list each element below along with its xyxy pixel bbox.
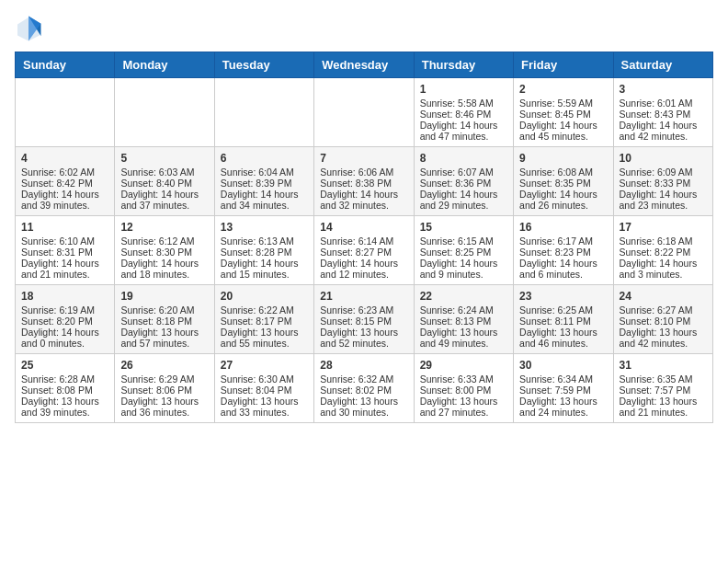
day-info: Sunrise: 6:02 AM — [21, 167, 108, 178]
calendar-cell: 10Sunrise: 6:09 AMSunset: 8:33 PMDayligh… — [613, 147, 712, 216]
day-info: Sunset: 8:45 PM — [519, 109, 607, 120]
logo — [15, 15, 46, 42]
calendar-cell: 8Sunrise: 6:07 AMSunset: 8:36 PMDaylight… — [414, 147, 513, 216]
day-info: Sunset: 8:08 PM — [21, 385, 108, 396]
day-info: Daylight: 13 hours and 36 minutes. — [120, 396, 208, 418]
day-number: 11 — [21, 221, 108, 234]
day-info: Sunset: 8:17 PM — [221, 316, 308, 327]
page-header — [15, 15, 713, 42]
day-info: Sunset: 8:38 PM — [320, 178, 407, 189]
day-number: 10 — [620, 152, 707, 165]
day-info: Daylight: 13 hours and 21 minutes. — [620, 396, 707, 418]
day-info: Daylight: 14 hours and 23 minutes. — [620, 189, 707, 211]
day-info: Sunrise: 6:07 AM — [420, 167, 507, 178]
day-number: 9 — [519, 152, 607, 165]
day-info: Sunrise: 6:04 AM — [221, 167, 308, 178]
day-info: Sunset: 8:13 PM — [420, 316, 507, 327]
day-number: 30 — [519, 359, 607, 372]
day-number: 17 — [620, 221, 707, 234]
day-info: Sunrise: 5:59 AM — [519, 98, 607, 109]
calendar-cell: 14Sunrise: 6:14 AMSunset: 8:27 PMDayligh… — [314, 216, 414, 285]
day-number: 13 — [221, 221, 308, 234]
day-info: Daylight: 14 hours and 37 minutes. — [120, 189, 208, 211]
day-number: 3 — [620, 83, 707, 96]
day-info: Sunrise: 6:34 AM — [519, 373, 607, 385]
day-info: Sunset: 8:06 PM — [120, 385, 208, 396]
calendar-cell: 1Sunrise: 5:58 AMSunset: 8:46 PMDaylight… — [414, 78, 513, 147]
day-info: Sunrise: 6:10 AM — [21, 236, 108, 247]
day-info: Sunset: 8:27 PM — [320, 247, 407, 258]
day-info: Sunset: 8:00 PM — [420, 385, 507, 396]
day-info: Sunrise: 6:35 AM — [620, 373, 707, 385]
day-info: Daylight: 13 hours and 57 minutes. — [120, 327, 208, 349]
weekday-header-friday: Friday — [514, 52, 613, 78]
day-info: Daylight: 13 hours and 42 minutes. — [620, 327, 707, 349]
day-info: Sunset: 8:33 PM — [620, 178, 707, 189]
day-number: 15 — [420, 221, 507, 234]
day-info: Daylight: 14 hours and 9 minutes. — [420, 258, 507, 280]
calendar-cell: 25Sunrise: 6:28 AMSunset: 8:08 PMDayligh… — [16, 354, 115, 423]
logo-icon — [15, 15, 42, 42]
day-info: Daylight: 14 hours and 0 minutes. — [21, 327, 108, 349]
day-info: Sunrise: 6:20 AM — [120, 304, 208, 316]
day-info: Sunset: 8:18 PM — [120, 316, 208, 327]
day-info: Sunset: 8:31 PM — [21, 247, 108, 258]
calendar-cell: 29Sunrise: 6:33 AMSunset: 8:00 PMDayligh… — [414, 354, 513, 423]
weekday-header-monday: Monday — [115, 52, 214, 78]
day-info: Sunrise: 6:13 AM — [221, 236, 308, 247]
day-info: Sunrise: 6:29 AM — [120, 373, 208, 385]
calendar-cell — [214, 78, 313, 147]
calendar-cell: 16Sunrise: 6:17 AMSunset: 8:23 PMDayligh… — [514, 216, 613, 285]
calendar-cell: 21Sunrise: 6:23 AMSunset: 8:15 PMDayligh… — [314, 285, 414, 354]
day-info: Daylight: 13 hours and 46 minutes. — [519, 327, 607, 349]
day-info: Sunset: 8:35 PM — [519, 178, 607, 189]
day-info: Sunset: 8:39 PM — [221, 178, 308, 189]
day-info: Sunrise: 6:14 AM — [320, 236, 407, 247]
calendar-cell: 26Sunrise: 6:29 AMSunset: 8:06 PMDayligh… — [115, 354, 214, 423]
day-number: 27 — [221, 359, 308, 372]
day-info: Sunrise: 6:27 AM — [620, 304, 707, 316]
day-info: Sunrise: 6:17 AM — [519, 236, 607, 247]
calendar-cell: 20Sunrise: 6:22 AMSunset: 8:17 PMDayligh… — [214, 285, 313, 354]
calendar-cell: 19Sunrise: 6:20 AMSunset: 8:18 PMDayligh… — [115, 285, 214, 354]
day-info: Sunset: 8:25 PM — [420, 247, 507, 258]
calendar-cell — [16, 78, 115, 147]
day-info: Sunset: 7:57 PM — [620, 385, 707, 396]
calendar-cell: 23Sunrise: 6:25 AMSunset: 8:11 PMDayligh… — [514, 285, 613, 354]
day-info: Sunset: 8:40 PM — [120, 178, 208, 189]
calendar-cell: 31Sunrise: 6:35 AMSunset: 7:57 PMDayligh… — [613, 354, 712, 423]
day-info: Sunrise: 6:09 AM — [620, 167, 707, 178]
day-info: Daylight: 14 hours and 18 minutes. — [120, 258, 208, 280]
calendar-cell: 2Sunrise: 5:59 AMSunset: 8:45 PMDaylight… — [514, 78, 613, 147]
day-info: Sunrise: 6:32 AM — [320, 373, 407, 385]
day-info: Daylight: 13 hours and 55 minutes. — [221, 327, 308, 349]
day-info: Daylight: 13 hours and 33 minutes. — [221, 396, 308, 418]
calendar-cell: 28Sunrise: 6:32 AMSunset: 8:02 PMDayligh… — [314, 354, 414, 423]
day-info: Sunrise: 6:03 AM — [120, 167, 208, 178]
day-info: Daylight: 14 hours and 6 minutes. — [519, 258, 607, 280]
day-info: Sunset: 8:11 PM — [519, 316, 607, 327]
day-info: Daylight: 13 hours and 52 minutes. — [320, 327, 407, 349]
day-info: Sunrise: 6:06 AM — [320, 167, 407, 178]
calendar-cell — [314, 78, 414, 147]
calendar-cell: 30Sunrise: 6:34 AMSunset: 7:59 PMDayligh… — [514, 354, 613, 423]
calendar-table: SundayMondayTuesdayWednesdayThursdayFrid… — [15, 52, 713, 423]
day-info: Sunrise: 6:30 AM — [221, 373, 308, 385]
day-info: Daylight: 14 hours and 39 minutes. — [21, 189, 108, 211]
day-number: 20 — [221, 290, 308, 303]
day-info: Daylight: 13 hours and 24 minutes. — [519, 396, 607, 418]
calendar-cell: 5Sunrise: 6:03 AMSunset: 8:40 PMDaylight… — [115, 147, 214, 216]
day-info: Daylight: 14 hours and 32 minutes. — [320, 189, 407, 211]
day-info: Sunset: 8:43 PM — [620, 109, 707, 120]
day-number: 1 — [420, 83, 507, 96]
day-info: Sunrise: 6:33 AM — [420, 373, 507, 385]
day-info: Sunrise: 5:58 AM — [420, 98, 507, 109]
day-number: 31 — [620, 359, 707, 372]
day-info: Sunset: 8:36 PM — [420, 178, 507, 189]
day-info: Sunset: 8:30 PM — [120, 247, 208, 258]
weekday-header-tuesday: Tuesday — [214, 52, 313, 78]
calendar-cell: 27Sunrise: 6:30 AMSunset: 8:04 PMDayligh… — [214, 354, 313, 423]
day-info: Sunrise: 6:25 AM — [519, 304, 607, 316]
day-number: 12 — [120, 221, 208, 234]
day-info: Daylight: 14 hours and 15 minutes. — [221, 258, 308, 280]
